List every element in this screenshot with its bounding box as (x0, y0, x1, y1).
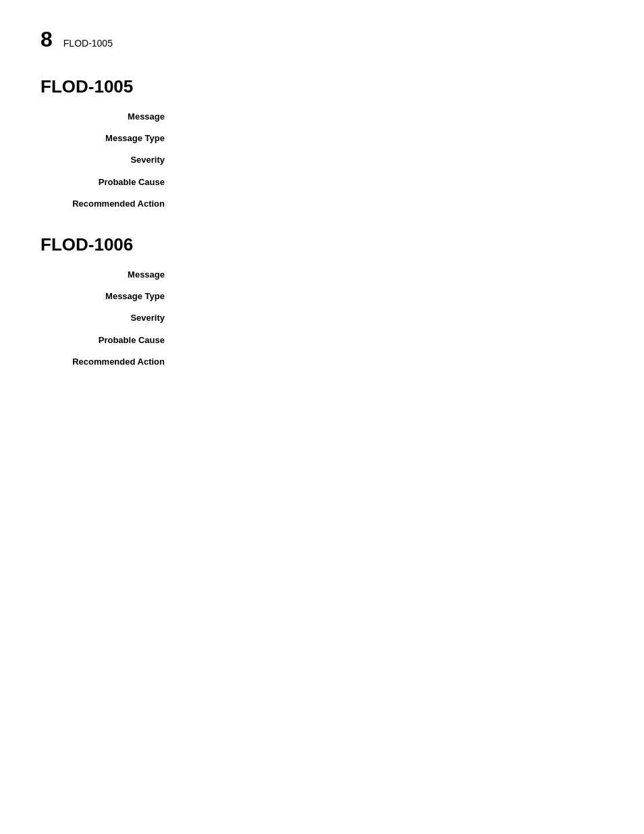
field-label-flod-1005-0: Message (41, 111, 176, 123)
field-value-flod-1006-4 (176, 356, 603, 368)
field-value-flod-1006-3 (176, 334, 603, 346)
field-value-flod-1005-4 (176, 198, 603, 210)
field-label-flod-1006-1: Message Type (41, 290, 176, 303)
field-label-flod-1005-3: Probable Cause (41, 176, 176, 188)
field-label-flod-1005-1: Message Type (41, 132, 176, 145)
field-row-flod-1005-0: Message (41, 111, 603, 123)
field-row-flod-1005-2: Severity (41, 154, 603, 166)
field-label-flod-1006-0: Message (41, 269, 176, 281)
page-number: 8 (41, 27, 53, 52)
field-value-flod-1005-1 (176, 132, 603, 145)
section-title-flod-1006: FLOD-1006 (41, 234, 603, 255)
field-label-flod-1005-4: Recommended Action (41, 198, 176, 210)
field-row-flod-1006-1: Message Type (41, 290, 603, 303)
field-row-flod-1006-2: Severity (41, 312, 603, 324)
field-label-flod-1005-2: Severity (41, 154, 176, 166)
field-label-flod-1006-2: Severity (41, 312, 176, 324)
field-row-flod-1005-3: Probable Cause (41, 176, 603, 188)
field-label-flod-1006-3: Probable Cause (41, 334, 176, 346)
field-value-flod-1006-2 (176, 312, 603, 324)
field-row-flod-1006-3: Probable Cause (41, 334, 603, 346)
field-value-flod-1006-1 (176, 290, 603, 303)
field-value-flod-1005-2 (176, 154, 603, 166)
field-label-flod-1006-4: Recommended Action (41, 356, 176, 368)
section-title-flod-1005: FLOD-1005 (41, 76, 603, 97)
field-row-flod-1006-0: Message (41, 269, 603, 281)
page-header-title: FLOD-1005 (63, 38, 113, 49)
field-row-flod-1005-4: Recommended Action (41, 198, 603, 210)
page-header: 8 FLOD-1005 (41, 27, 603, 52)
field-value-flod-1006-0 (176, 269, 603, 281)
field-value-flod-1005-3 (176, 176, 603, 188)
field-value-flod-1005-0 (176, 111, 603, 123)
section-flod-1005: FLOD-1005MessageMessage TypeSeverityProb… (41, 76, 603, 210)
section-flod-1006: FLOD-1006MessageMessage TypeSeverityProb… (41, 234, 603, 368)
field-row-flod-1005-1: Message Type (41, 132, 603, 145)
field-row-flod-1006-4: Recommended Action (41, 356, 603, 368)
